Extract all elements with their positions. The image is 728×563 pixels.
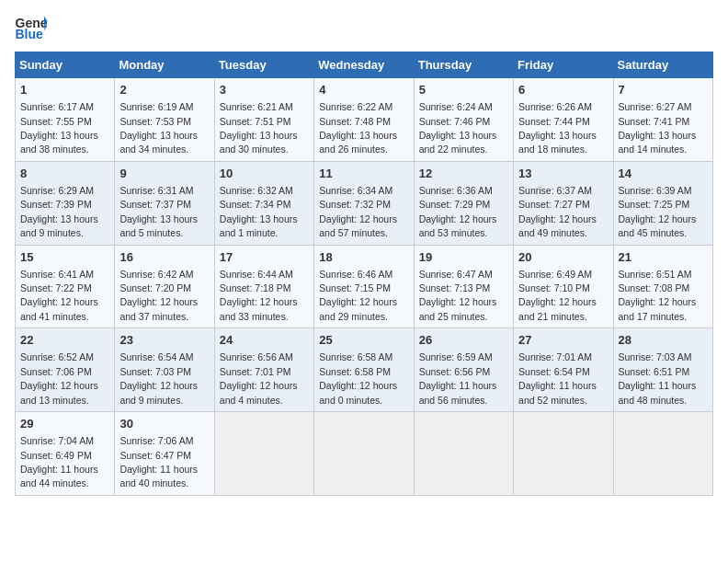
calendar-cell: 17 Sunrise: 6:44 AMSunset: 7:18 PMDaylig… <box>214 245 313 328</box>
weekday-row: SundayMondayTuesdayWednesdayThursdayFrid… <box>16 52 713 78</box>
week-row-5: 29 Sunrise: 7:04 AMSunset: 6:49 PMDaylig… <box>16 412 713 496</box>
day-info: Sunrise: 6:32 AMSunset: 7:34 PMDaylight:… <box>220 185 298 238</box>
calendar-body: 1 Sunrise: 6:17 AMSunset: 7:55 PMDayligh… <box>16 78 713 496</box>
calendar-cell: 14 Sunrise: 6:39 AMSunset: 7:25 PMDaylig… <box>613 161 712 245</box>
day-info: Sunrise: 6:47 AMSunset: 7:13 PMDaylight:… <box>419 269 497 322</box>
calendar-cell: 3 Sunrise: 6:21 AMSunset: 7:51 PMDayligh… <box>214 78 313 162</box>
day-number: 5 <box>419 82 508 98</box>
day-info: Sunrise: 6:22 AMSunset: 7:48 PMDaylight:… <box>319 101 397 155</box>
calendar-cell: 22 Sunrise: 6:52 AMSunset: 7:06 PMDaylig… <box>16 328 115 412</box>
day-info: Sunrise: 6:56 AMSunset: 7:01 PMDaylight:… <box>220 351 298 405</box>
day-number: 6 <box>518 82 608 98</box>
day-info: Sunrise: 6:58 AMSunset: 6:58 PMDaylight:… <box>319 351 397 405</box>
day-number: 14 <box>619 166 708 182</box>
day-info: Sunrise: 6:29 AMSunset: 7:39 PMDaylight:… <box>20 185 98 238</box>
day-info: Sunrise: 6:26 AMSunset: 7:44 PMDaylight:… <box>518 101 597 155</box>
calendar-cell: 30 Sunrise: 7:06 AMSunset: 6:47 PMDaylig… <box>115 412 214 496</box>
calendar-cell <box>314 412 414 496</box>
weekday-monday: Monday <box>115 52 214 78</box>
calendar-cell: 16 Sunrise: 6:42 AMSunset: 7:20 PMDaylig… <box>115 245 214 328</box>
calendar-cell: 19 Sunrise: 6:47 AMSunset: 7:13 PMDaylig… <box>414 245 513 328</box>
day-info: Sunrise: 6:36 AMSunset: 7:29 PMDaylight:… <box>419 185 497 238</box>
day-info: Sunrise: 6:19 AMSunset: 7:53 PMDaylight:… <box>119 101 198 155</box>
day-info: Sunrise: 7:04 AMSunset: 6:49 PMDaylight:… <box>20 435 98 488</box>
weekday-friday: Friday <box>514 52 613 78</box>
day-number: 2 <box>119 82 209 98</box>
day-number: 13 <box>518 166 608 182</box>
weekday-tuesday: Tuesday <box>214 52 313 78</box>
day-info: Sunrise: 7:03 AMSunset: 6:51 PMDaylight:… <box>619 351 697 405</box>
calendar-header: SundayMondayTuesdayWednesdayThursdayFrid… <box>16 52 713 78</box>
calendar-cell: 8 Sunrise: 6:29 AMSunset: 7:39 PMDayligh… <box>16 161 115 245</box>
calendar-cell: 7 Sunrise: 6:27 AMSunset: 7:41 PMDayligh… <box>613 78 712 162</box>
week-row-4: 22 Sunrise: 6:52 AMSunset: 7:06 PMDaylig… <box>16 328 713 412</box>
calendar-cell: 23 Sunrise: 6:54 AMSunset: 7:03 PMDaylig… <box>115 328 214 412</box>
weekday-saturday: Saturday <box>613 52 712 78</box>
day-info: Sunrise: 6:27 AMSunset: 7:41 PMDaylight:… <box>619 101 697 155</box>
day-number: 28 <box>619 332 708 349</box>
week-row-1: 1 Sunrise: 6:17 AMSunset: 7:55 PMDayligh… <box>16 78 713 162</box>
svg-text:Blue: Blue <box>16 27 44 40</box>
logo-icon: General Blue <box>15 15 48 40</box>
calendar-cell: 2 Sunrise: 6:19 AMSunset: 7:53 PMDayligh… <box>115 78 214 162</box>
calendar-cell: 13 Sunrise: 6:37 AMSunset: 7:27 PMDaylig… <box>514 161 613 245</box>
day-info: Sunrise: 6:31 AMSunset: 7:37 PMDaylight:… <box>119 185 198 238</box>
week-row-3: 15 Sunrise: 6:41 AMSunset: 7:22 PMDaylig… <box>16 245 713 328</box>
day-number: 29 <box>20 416 109 432</box>
calendar-table: SundayMondayTuesdayWednesdayThursdayFrid… <box>15 52 713 496</box>
day-number: 22 <box>20 332 109 349</box>
calendar-cell: 21 Sunrise: 6:51 AMSunset: 7:08 PMDaylig… <box>613 245 712 328</box>
day-number: 18 <box>319 249 408 266</box>
day-info: Sunrise: 6:44 AMSunset: 7:18 PMDaylight:… <box>220 269 298 322</box>
weekday-thursday: Thursday <box>414 52 513 78</box>
day-info: Sunrise: 6:49 AMSunset: 7:10 PMDaylight:… <box>518 269 597 322</box>
day-info: Sunrise: 6:24 AMSunset: 7:46 PMDaylight:… <box>419 101 497 155</box>
calendar-cell: 25 Sunrise: 6:58 AMSunset: 6:58 PMDaylig… <box>314 328 414 412</box>
day-info: Sunrise: 6:52 AMSunset: 7:06 PMDaylight:… <box>20 351 98 405</box>
day-info: Sunrise: 6:17 AMSunset: 7:55 PMDaylight:… <box>20 101 98 155</box>
day-info: Sunrise: 6:42 AMSunset: 7:20 PMDaylight:… <box>119 269 198 322</box>
day-number: 4 <box>319 82 408 98</box>
day-number: 30 <box>119 416 209 432</box>
calendar-cell: 29 Sunrise: 7:04 AMSunset: 6:49 PMDaylig… <box>16 412 115 496</box>
day-info: Sunrise: 7:06 AMSunset: 6:47 PMDaylight:… <box>119 435 198 488</box>
calendar-cell: 4 Sunrise: 6:22 AMSunset: 7:48 PMDayligh… <box>314 78 414 162</box>
day-number: 17 <box>220 249 309 266</box>
day-number: 19 <box>419 249 508 266</box>
calendar-cell: 11 Sunrise: 6:34 AMSunset: 7:32 PMDaylig… <box>314 161 414 245</box>
day-info: Sunrise: 6:39 AMSunset: 7:25 PMDaylight:… <box>619 185 697 238</box>
day-number: 21 <box>619 249 708 266</box>
calendar-cell: 6 Sunrise: 6:26 AMSunset: 7:44 PMDayligh… <box>514 78 613 162</box>
day-number: 7 <box>619 82 708 98</box>
day-info: Sunrise: 7:01 AMSunset: 6:54 PMDaylight:… <box>518 351 597 405</box>
day-number: 27 <box>518 332 608 349</box>
day-info: Sunrise: 6:41 AMSunset: 7:22 PMDaylight:… <box>20 269 98 322</box>
day-info: Sunrise: 6:34 AMSunset: 7:32 PMDaylight:… <box>319 185 397 238</box>
day-number: 10 <box>220 166 309 182</box>
logo: General Blue <box>15 15 51 40</box>
calendar-cell: 9 Sunrise: 6:31 AMSunset: 7:37 PMDayligh… <box>115 161 214 245</box>
day-info: Sunrise: 6:46 AMSunset: 7:15 PMDaylight:… <box>319 269 397 322</box>
calendar-cell: 28 Sunrise: 7:03 AMSunset: 6:51 PMDaylig… <box>613 328 712 412</box>
day-number: 3 <box>220 82 309 98</box>
day-number: 12 <box>419 166 508 182</box>
calendar-cell: 15 Sunrise: 6:41 AMSunset: 7:22 PMDaylig… <box>16 245 115 328</box>
day-number: 25 <box>319 332 408 349</box>
day-number: 9 <box>119 166 209 182</box>
day-number: 15 <box>20 249 109 266</box>
calendar-cell: 1 Sunrise: 6:17 AMSunset: 7:55 PMDayligh… <box>16 78 115 162</box>
calendar-cell: 27 Sunrise: 7:01 AMSunset: 6:54 PMDaylig… <box>514 328 613 412</box>
calendar-cell <box>613 412 712 496</box>
day-number: 1 <box>20 82 109 98</box>
day-number: 11 <box>319 166 408 182</box>
day-number: 8 <box>20 166 109 182</box>
day-number: 26 <box>419 332 508 349</box>
day-info: Sunrise: 6:54 AMSunset: 7:03 PMDaylight:… <box>119 351 198 405</box>
day-info: Sunrise: 6:51 AMSunset: 7:08 PMDaylight:… <box>619 269 697 322</box>
calendar-cell: 5 Sunrise: 6:24 AMSunset: 7:46 PMDayligh… <box>414 78 513 162</box>
calendar-cell: 20 Sunrise: 6:49 AMSunset: 7:10 PMDaylig… <box>514 245 613 328</box>
day-info: Sunrise: 6:21 AMSunset: 7:51 PMDaylight:… <box>220 101 298 155</box>
weekday-sunday: Sunday <box>16 52 115 78</box>
calendar-cell: 10 Sunrise: 6:32 AMSunset: 7:34 PMDaylig… <box>214 161 313 245</box>
calendar-cell: 24 Sunrise: 6:56 AMSunset: 7:01 PMDaylig… <box>214 328 313 412</box>
